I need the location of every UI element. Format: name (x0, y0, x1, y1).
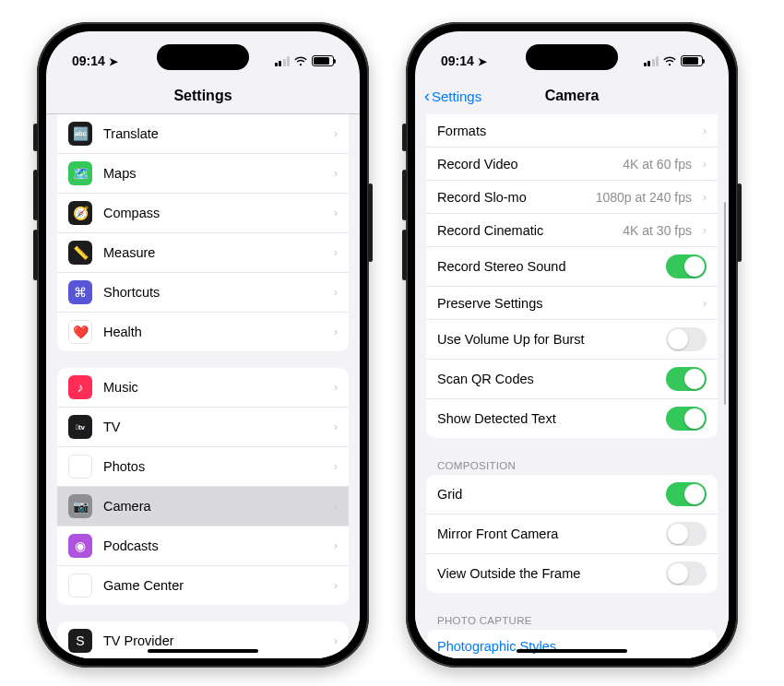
settings-row-maps[interactable]: 🗺️Maps› (57, 154, 349, 194)
row-label: Grid (437, 487, 655, 502)
tv-icon: tv (68, 415, 92, 439)
camera-row-photographic-styles[interactable]: Photographic Styles (426, 630, 718, 658)
camera-row-record-video[interactable]: Record Video4K at 60 fps› (426, 148, 718, 181)
row-label: Game Center (103, 578, 323, 593)
camera-row-preserve-settings[interactable]: Preserve Settings› (426, 287, 718, 320)
row-label: Record Slo-mo (437, 190, 585, 205)
camera-row-volume-burst[interactable]: Use Volume Up for Burst (426, 320, 718, 360)
status-time: 09:14 (72, 53, 105, 68)
chevron-right-icon: › (334, 420, 338, 433)
toggle-record-stereo[interactable] (666, 254, 707, 278)
nav-bar: ‹ Settings Camera (415, 77, 729, 114)
settings-row-compass[interactable]: 🧭Compass› (57, 194, 349, 233)
nav-bar: Settings (46, 77, 360, 114)
back-label: Settings (432, 89, 481, 104)
chevron-right-icon: › (334, 579, 338, 592)
settings-row-music[interactable]: ♪Music› (57, 368, 349, 408)
settings-row-health[interactable]: ❤️Health› (57, 313, 349, 351)
toggle-view-outside[interactable] (666, 562, 707, 585)
camera-row-record-cinematic[interactable]: Record Cinematic4K at 30 fps› (426, 214, 718, 247)
chevron-right-icon: › (703, 224, 707, 237)
row-label: Maps (103, 166, 323, 181)
settings-row-measure[interactable]: 📏Measure› (57, 233, 349, 273)
chevron-right-icon: › (334, 325, 338, 338)
row-label: TV Provider (103, 633, 323, 648)
chevron-right-icon: › (334, 167, 338, 180)
settings-row-tv[interactable]: tvTV› (57, 408, 349, 447)
chevron-right-icon: › (334, 286, 338, 299)
camera-row-show-text[interactable]: Show Detected Text (426, 399, 718, 438)
settings-row-game-center[interactable]: ✦Game Center› (57, 566, 349, 605)
chevron-right-icon: › (703, 191, 707, 204)
row-label: Record Video (437, 157, 612, 172)
location-arrow-icon: ➤ (478, 55, 487, 68)
toggle-volume-burst[interactable] (666, 327, 707, 351)
camera-row-grid[interactable]: Grid (426, 475, 718, 514)
phone-right: 09:14 ➤ ‹ Settings Camera Formats›Record… (406, 22, 738, 668)
toggle-grid[interactable] (666, 482, 707, 506)
chevron-right-icon: › (334, 500, 338, 513)
location-arrow-icon: ➤ (109, 55, 118, 68)
chevron-right-icon: › (334, 539, 338, 552)
camera-row-record-stereo[interactable]: Record Stereo Sound (426, 247, 718, 287)
photos-icon: ❋ (68, 455, 92, 479)
row-label: Health (103, 325, 323, 339)
dynamic-island (526, 44, 618, 70)
toggle-scan-qr[interactable] (666, 367, 707, 391)
row-label: Compass (103, 206, 323, 220)
wifi-icon (662, 55, 677, 66)
row-label: Measure (103, 245, 323, 260)
row-label: Show Detected Text (437, 411, 655, 426)
chevron-right-icon: › (334, 634, 338, 647)
cellular-icon (644, 56, 659, 66)
camera-row-mirror-front[interactable]: Mirror Front Camera (426, 514, 718, 554)
settings-row-shortcuts[interactable]: ⌘Shortcuts› (57, 273, 349, 313)
row-label: Shortcuts (103, 285, 323, 300)
music-icon: ♪ (68, 375, 92, 399)
camera-row-scan-qr[interactable]: Scan QR Codes (426, 360, 718, 399)
page-title: Camera (545, 88, 600, 104)
row-label: Preserve Settings (437, 296, 692, 311)
settings-row-photos[interactable]: ❋Photos› (57, 447, 349, 487)
health-icon: ❤️ (68, 320, 92, 344)
camera-row-formats[interactable]: Formats› (426, 114, 718, 148)
row-label: TV (103, 420, 323, 434)
row-detail: 1080p at 240 fps (596, 190, 692, 205)
status-time: 09:14 (441, 53, 474, 68)
settings-row-translate[interactable]: 🔤Translate› (57, 114, 349, 154)
chevron-right-icon: › (703, 124, 707, 137)
game-center-icon: ✦ (68, 574, 92, 597)
row-detail: 4K at 60 fps (623, 157, 692, 172)
home-indicator[interactable] (517, 649, 627, 653)
translate-icon: 🔤 (68, 122, 92, 146)
settings-row-podcasts[interactable]: ◉Podcasts› (57, 526, 349, 566)
row-detail: 4K at 30 fps (623, 223, 692, 238)
chevron-right-icon: › (703, 297, 707, 310)
phone-left: 09:14 ➤ Settings 🔤Translate›🗺️Maps›🧭Comp… (37, 22, 369, 668)
section-header-photo-capture: Photo Capture (415, 609, 729, 630)
measure-icon: 📏 (68, 241, 92, 265)
back-button[interactable]: ‹ Settings (424, 87, 481, 106)
wifi-icon (293, 55, 308, 66)
row-label: Photos (103, 459, 323, 474)
cellular-icon (275, 56, 291, 66)
row-label: View Outside the Frame (437, 566, 655, 581)
toggle-mirror-front[interactable] (666, 522, 707, 546)
row-label: Camera (103, 499, 323, 514)
camera-row-view-outside[interactable]: View Outside the Frame (426, 554, 718, 593)
page-title: Settings (173, 88, 232, 104)
settings-row-camera[interactable]: 📷Camera› (57, 487, 349, 526)
camera-row-record-slomo[interactable]: Record Slo-mo1080p at 240 fps› (426, 181, 718, 214)
settings-row-tv-provider[interactable]: STV Provider› (57, 621, 349, 658)
chevron-right-icon: › (334, 460, 338, 473)
toggle-show-text[interactable] (666, 407, 707, 431)
row-label: Record Cinematic (437, 223, 612, 238)
row-label: Podcasts (103, 538, 323, 553)
camera-icon: 📷 (68, 494, 92, 518)
row-label: Scan QR Codes (437, 372, 655, 386)
maps-icon: 🗺️ (68, 161, 92, 185)
scroll-indicator[interactable] (724, 202, 727, 405)
home-indicator[interactable] (148, 649, 258, 653)
podcasts-icon: ◉ (68, 534, 92, 558)
row-label: Use Volume Up for Burst (437, 332, 655, 347)
